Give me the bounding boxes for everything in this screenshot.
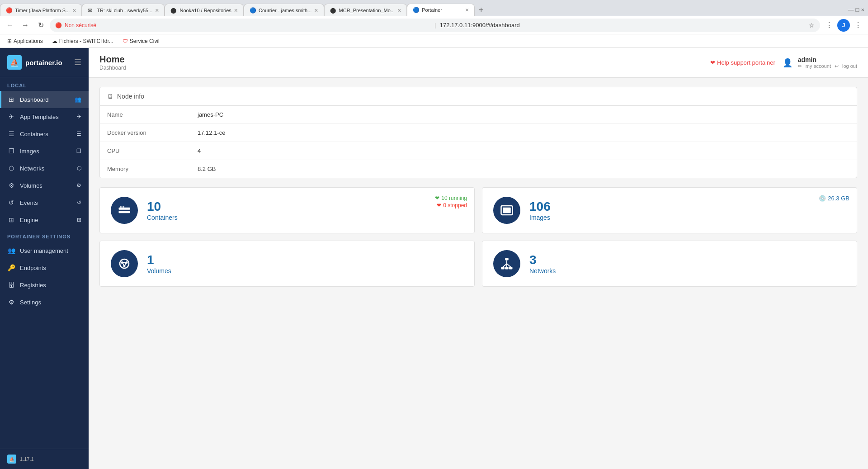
my-account-link[interactable]: my account xyxy=(806,63,831,69)
main-header: Home Dashboard ❤ Help support portainer … xyxy=(89,48,868,78)
sidebar-item-volumes[interactable]: ⚙ Volumes ⚙ xyxy=(0,177,89,194)
minimize-button[interactable]: — xyxy=(848,6,854,13)
sidebar-item-events[interactable]: ↺ Events ↺ xyxy=(0,194,89,211)
browser-chrome: 🔴 Timer (Java Platform S... × ✉ TR: ski … xyxy=(0,0,868,48)
page-title: Home xyxy=(99,54,126,65)
node-info-table: Name james-PC Docker version 17.12.1-ce … xyxy=(100,106,857,178)
address-bar[interactable]: 🔴 Non sécurisé | 172.17.0.11:9000/#/dash… xyxy=(50,19,820,32)
url-text: 172.17.0.11:9000/#/dashboard xyxy=(440,22,806,28)
tab-nooka[interactable]: ⬤ Nooka10 / Repositories × xyxy=(165,4,244,16)
svg-rect-15 xyxy=(509,267,513,270)
main-content: Home Dashboard ❤ Help support portainer … xyxy=(89,48,868,469)
networks-card[interactable]: 3 Networks xyxy=(482,241,857,287)
sidebar-item-label-images: Images xyxy=(20,148,72,155)
tab-close-timer[interactable]: × xyxy=(72,7,76,14)
sidebar-item-dashboard[interactable]: ⊞ Dashboard 👥 xyxy=(0,91,89,108)
tab-timer[interactable]: 🔴 Timer (Java Platform S... × xyxy=(0,4,82,16)
bookmark-service[interactable]: 🛡 Service Civil xyxy=(119,37,163,45)
help-support-link[interactable]: ❤ Help support portainer xyxy=(710,59,775,66)
sidebar-toggle-button[interactable]: ☰ xyxy=(74,57,81,67)
docker-version-label: Docker version xyxy=(100,124,190,142)
sidebar-item-label-registries: Registries xyxy=(20,282,81,289)
images-icon: ❐ xyxy=(7,147,15,155)
sidebar-item-label-settings: Settings xyxy=(20,299,81,306)
navigation-bar: ← → ↻ 🔴 Non sécurisé | 172.17.0.11:9000/… xyxy=(0,16,868,34)
tab-courrier[interactable]: 🔵 Courrier - james.smith... × xyxy=(244,4,324,16)
containers-count: 10 xyxy=(147,199,463,214)
sidebar-item-label-events: Events xyxy=(20,199,72,206)
memory-label: Memory xyxy=(100,160,190,178)
images-size: 💿 26.3 GB xyxy=(819,195,849,202)
sidebar-item-settings[interactable]: ⚙ Settings xyxy=(0,294,89,311)
bookmark-star-icon[interactable]: ☆ xyxy=(809,22,815,29)
footer-text: 1.17.1 xyxy=(20,456,34,462)
tab-mcr[interactable]: ⬤ MCR_Presentation_Mo... × xyxy=(324,4,407,16)
back-button[interactable]: ← xyxy=(4,19,16,32)
nav-right-controls: ⋮ J ⋮ xyxy=(823,19,864,32)
separator: | xyxy=(434,22,436,28)
tab-gmail[interactable]: ✉ TR: ski club - swerky55... × xyxy=(82,4,165,16)
user-management-icon: 👥 xyxy=(7,246,15,255)
sidebar-item-networks[interactable]: ⬡ Networks ⬡ xyxy=(0,160,89,177)
user-account-icon: 👤 xyxy=(783,58,793,68)
sidebar-item-badge-containers: ☰ xyxy=(76,131,81,137)
bookmark-fichiers-label: Fichiers - SWITCHdr... xyxy=(59,38,113,44)
sidebar-item-app-templates[interactable]: ✈ App Templates ✈ xyxy=(0,108,89,125)
tab-label-timer: Timer (Java Platform S... xyxy=(15,8,70,13)
containers-card-content: 10 Containers xyxy=(147,199,463,221)
sidebar-item-label-endpoints: Endpoints xyxy=(20,265,81,271)
node-name-value: james-PC xyxy=(190,106,857,124)
tab-bar: 🔴 Timer (Java Platform S... × ✉ TR: ski … xyxy=(0,0,868,16)
tab-close-portainer[interactable]: × xyxy=(465,6,469,14)
svg-rect-1 xyxy=(119,211,130,213)
forward-button[interactable]: → xyxy=(19,19,32,32)
sidebar-item-registries[interactable]: 🗄 Registries xyxy=(0,276,89,294)
app-wrapper: ⛵ portainer.io ☰ LOCAL ⊞ Dashboard 👥 ✈ A… xyxy=(0,48,868,469)
sidebar-item-label-app-templates: App Templates xyxy=(20,114,72,120)
sidebar-item-containers[interactable]: ☰ Containers ☰ xyxy=(0,125,89,142)
volumes-card[interactable]: 1 Volumes xyxy=(99,241,475,287)
events-icon: ↺ xyxy=(7,199,15,207)
tab-close-mcr[interactable]: × xyxy=(397,7,401,14)
tab-close-gmail[interactable]: × xyxy=(155,7,159,14)
docker-version-value: 17.12.1-ce xyxy=(190,124,857,142)
sidebar-item-images[interactable]: ❐ Images ❐ xyxy=(0,142,89,160)
table-row: Memory 8.2 GB xyxy=(100,160,857,178)
bookmark-fichiers[interactable]: ☁ Fichiers - SWITCHdr... xyxy=(48,37,117,45)
sidebar-footer: ⛵ 1.17.1 xyxy=(0,449,89,469)
disk-icon: 💿 xyxy=(819,195,826,202)
images-size-value: 26.3 GB xyxy=(828,195,849,202)
sidebar-item-user-management[interactable]: 👥 User management xyxy=(0,242,89,259)
tab-portainer[interactable]: 🔵 Portainer × xyxy=(407,4,475,16)
registries-icon: 🗄 xyxy=(7,281,15,289)
maximize-button[interactable]: □ xyxy=(856,6,859,13)
containers-card[interactable]: 10 Containers ❤ 10 running ❤ 0 stopped xyxy=(99,187,475,233)
images-card-content: 106 Images xyxy=(529,199,846,221)
node-info-header: 🖥 Node info xyxy=(100,87,857,106)
new-tab-button[interactable]: + xyxy=(475,4,487,16)
stopped-heart-icon: ❤ xyxy=(437,202,441,208)
user-links: admin ✏ my account ↩ log out xyxy=(798,56,857,69)
svg-line-10 xyxy=(123,263,124,265)
images-card[interactable]: 106 Images 💿 26.3 GB xyxy=(482,187,857,233)
apps-icon: ⊞ xyxy=(7,38,12,44)
tab-icon-mcr: ⬤ xyxy=(330,7,336,14)
reload-button[interactable]: ↻ xyxy=(34,19,47,32)
engine-icon: ⊞ xyxy=(7,216,15,224)
sidebar-item-endpoints[interactable]: 🔑 Endpoints xyxy=(0,259,89,276)
profile-button[interactable]: J xyxy=(837,19,850,32)
extensions-button[interactable]: ⋮ xyxy=(823,19,835,32)
tab-close-courrier[interactable]: × xyxy=(314,7,318,14)
tab-close-nooka[interactable]: × xyxy=(234,7,238,14)
sidebar-item-badge-networks: ⬡ xyxy=(77,165,81,171)
menu-button[interactable]: ⋮ xyxy=(852,19,864,32)
portainer-logo-text: portainer.io xyxy=(25,59,62,66)
sidebar-item-badge-volumes: ⚙ xyxy=(76,182,81,189)
sidebar-item-engine[interactable]: ⊞ Engine ⊞ xyxy=(0,211,89,228)
networks-icon: ⬡ xyxy=(7,164,15,172)
log-out-link[interactable]: log out xyxy=(842,63,857,69)
close-button[interactable]: × xyxy=(861,6,864,13)
bookmark-applications[interactable]: ⊞ Applications xyxy=(4,37,47,45)
service-icon: 🛡 xyxy=(123,38,128,44)
endpoints-icon: 🔑 xyxy=(7,264,15,272)
